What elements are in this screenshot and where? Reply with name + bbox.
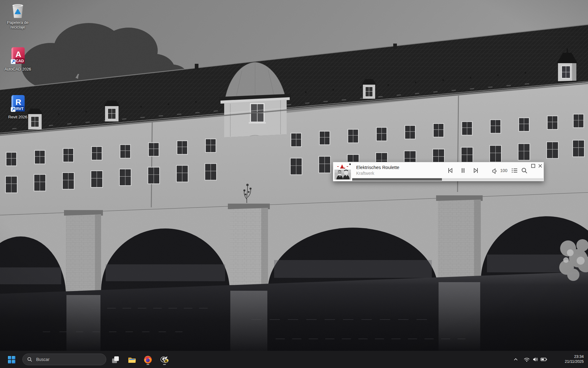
clock-time: 23:34 [565, 354, 584, 359]
skip-next-icon [472, 167, 480, 174]
skip-previous-icon [447, 167, 454, 174]
battery-icon [541, 356, 547, 362]
search-icon [521, 167, 528, 174]
desktop-icon-label: Papelera de reciclaje [2, 20, 33, 29]
desktop-icon-autocad[interactable]: A CAD AutoCAD 2026 [2, 47, 33, 71]
clock-date: 21/11/2025 [565, 359, 584, 364]
wifi-icon [524, 356, 530, 362]
volume-level: 100 [499, 168, 509, 173]
musicbee-button[interactable] [159, 354, 170, 366]
maximize-button[interactable] [530, 163, 536, 168]
chevron-up-icon [514, 357, 518, 362]
next-track-button[interactable] [472, 167, 480, 174]
running-indicator [147, 364, 149, 365]
volume-icon [491, 167, 499, 175]
shortcut-arrow-overlay [11, 59, 16, 64]
volume-tray-button[interactable] [531, 355, 540, 364]
playback-progress-bar[interactable] [352, 178, 543, 181]
musicbee-icon [160, 355, 169, 364]
pause-button[interactable] [459, 167, 467, 174]
task-view-button[interactable] [110, 354, 121, 366]
volume-button[interactable] [491, 167, 499, 175]
file-explorer-icon [127, 355, 137, 364]
track-title: Elektrisches Roulette [356, 165, 399, 170]
windows-start-icon [8, 356, 16, 364]
tray-overflow-button[interactable] [511, 355, 520, 364]
search-tracks-button[interactable] [521, 167, 528, 174]
svg-text:RVT: RVT [16, 107, 24, 111]
close-icon [538, 164, 542, 168]
musicbee-mini-player[interactable]: Elektrisches Roulette Kraftwerk [333, 162, 544, 181]
shortcut-arrow-overlay [11, 107, 16, 112]
search-icon [27, 357, 32, 362]
taskbar: 23:34 21/11/2025 [0, 351, 588, 368]
firefox-icon [144, 355, 152, 364]
close-button[interactable] [537, 163, 543, 168]
start-button[interactable] [6, 354, 17, 366]
svg-text:A: A [15, 50, 21, 59]
desktop: Papelera de reciclaje A CAD AutoCAD 2026 [0, 0, 588, 351]
track-artist: Kraftwerk [356, 171, 374, 176]
desktop-icon-label: AutoCAD 2026 [2, 67, 33, 71]
taskbar-clock[interactable]: 23:34 21/11/2025 [565, 354, 584, 364]
maximize-icon [531, 164, 535, 168]
desktop-icon-revit[interactable]: R RVT Revit 2026 [2, 94, 33, 119]
search-input[interactable] [36, 357, 102, 362]
desktop-icon-recycle-bin[interactable]: Papelera de reciclaje [2, 2, 33, 29]
wifi-button[interactable] [522, 355, 531, 364]
svg-text:CAD: CAD [16, 59, 24, 63]
firefox-button[interactable] [142, 354, 154, 366]
desktop-icon-label: Revit 2026 [2, 115, 33, 119]
taskbar-search[interactable] [22, 354, 106, 365]
running-indicator [163, 364, 166, 365]
recycle-bin-icon [9, 2, 26, 20]
autocad-icon: A CAD [9, 47, 27, 66]
previous-track-button[interactable] [447, 167, 454, 174]
player-progress-fill [352, 178, 442, 181]
playlist-button[interactable] [511, 167, 518, 174]
revit-icon: R RVT [9, 94, 27, 114]
playlist-icon [511, 167, 518, 174]
task-view-icon [111, 355, 120, 364]
speaker-icon [532, 356, 538, 362]
svg-text:R: R [15, 98, 21, 107]
pause-icon [459, 167, 467, 174]
battery-button[interactable] [540, 355, 548, 364]
file-explorer-button[interactable] [126, 354, 138, 366]
album-art [333, 162, 352, 181]
